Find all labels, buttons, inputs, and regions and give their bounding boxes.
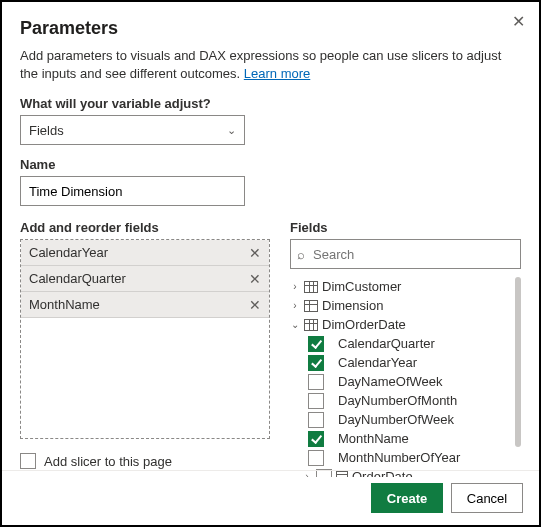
- reorder-item-label: CalendarQuarter: [29, 271, 126, 286]
- reorder-item[interactable]: CalendarYear ✕: [21, 240, 269, 266]
- reorder-item-label: CalendarYear: [29, 245, 108, 260]
- caret-right-icon: ›: [302, 467, 312, 478]
- field-checkbox[interactable]: [308, 393, 324, 409]
- field-label: CalendarQuarter: [338, 334, 435, 354]
- divider: [2, 470, 539, 471]
- variable-value: Fields: [29, 123, 64, 138]
- add-slicer-label: Add slicer to this page: [44, 454, 172, 469]
- field-label: MonthName: [338, 429, 409, 449]
- field-label: DayNumberOfWeek: [338, 410, 454, 430]
- reorder-item-label: MonthName: [29, 297, 100, 312]
- search-box[interactable]: ⌕: [290, 239, 521, 269]
- tree-field[interactable]: CalendarQuarter: [290, 334, 511, 353]
- variable-select[interactable]: Fields ⌄: [20, 115, 245, 145]
- caret-down-icon: ⌄: [290, 315, 300, 335]
- chevron-down-icon: ⌄: [227, 124, 236, 137]
- field-label: DayNameOfWeek: [338, 372, 443, 392]
- dialog-description: Add parameters to visuals and DAX expres…: [20, 47, 521, 82]
- reorder-label: Add and reorder fields: [20, 220, 270, 235]
- remove-icon[interactable]: ✕: [249, 297, 261, 313]
- field-checkbox[interactable]: [308, 450, 324, 466]
- variable-label: What will your variable adjust?: [20, 96, 521, 111]
- reorder-list: CalendarYear ✕ CalendarQuarter ✕ MonthNa…: [20, 239, 270, 439]
- remove-icon[interactable]: ✕: [249, 271, 261, 287]
- create-button[interactable]: Create: [371, 483, 443, 513]
- learn-more-link[interactable]: Learn more: [244, 66, 310, 81]
- add-slicer-row[interactable]: Add slicer to this page: [20, 453, 270, 469]
- search-input[interactable]: [311, 246, 514, 263]
- caret-right-icon: ›: [290, 277, 300, 297]
- tree-field[interactable]: CalendarYear: [290, 353, 511, 372]
- tree-field[interactable]: DayNameOfWeek: [290, 372, 511, 391]
- scrollbar[interactable]: [515, 277, 521, 447]
- field-checkbox[interactable]: [308, 336, 324, 352]
- add-slicer-checkbox[interactable]: [20, 453, 36, 469]
- fields-label: Fields: [290, 220, 521, 235]
- field-label: MonthNumberOfYear: [338, 448, 460, 468]
- tree-label: DimOrderDate: [322, 315, 406, 335]
- cancel-button[interactable]: Cancel: [451, 483, 523, 513]
- field-label: CalendarYear: [338, 353, 417, 373]
- tree-field-orderdate[interactable]: › OrderDate: [290, 467, 511, 477]
- field-label: OrderDate: [352, 467, 413, 478]
- table-icon: [304, 281, 318, 293]
- field-checkbox[interactable]: [308, 355, 324, 371]
- tree-field[interactable]: MonthNumberOfYear: [290, 448, 511, 467]
- name-input[interactable]: [20, 176, 245, 206]
- fields-tree: › DimCustomer › Dimension ⌄ DimOrderDate: [290, 277, 521, 477]
- remove-icon[interactable]: ✕: [249, 245, 261, 261]
- reorder-item[interactable]: CalendarQuarter ✕: [21, 266, 269, 292]
- table-icon: [304, 319, 318, 331]
- tree-field[interactable]: MonthName: [290, 429, 511, 448]
- tree-label: Dimension: [322, 296, 383, 316]
- caret-right-icon: ›: [290, 296, 300, 316]
- tree-table-dimcustomer[interactable]: › DimCustomer: [290, 277, 511, 296]
- search-icon: ⌕: [297, 247, 305, 262]
- table-icon: [304, 300, 318, 312]
- tree-field[interactable]: DayNumberOfMonth: [290, 391, 511, 410]
- tree-table-dimorderdate[interactable]: ⌄ DimOrderDate: [290, 315, 511, 334]
- field-checkbox[interactable]: [308, 412, 324, 428]
- tree-label: DimCustomer: [322, 277, 401, 297]
- close-icon[interactable]: ✕: [512, 12, 525, 31]
- dialog-title: Parameters: [20, 18, 521, 39]
- field-label: DayNumberOfMonth: [338, 391, 457, 411]
- calendar-icon: [336, 471, 348, 477]
- reorder-item[interactable]: MonthName ✕: [21, 292, 269, 318]
- field-checkbox[interactable]: [308, 431, 324, 447]
- name-label: Name: [20, 157, 521, 172]
- tree-table-dimension[interactable]: › Dimension: [290, 296, 511, 315]
- field-checkbox[interactable]: [308, 374, 324, 390]
- tree-field[interactable]: DayNumberOfWeek: [290, 410, 511, 429]
